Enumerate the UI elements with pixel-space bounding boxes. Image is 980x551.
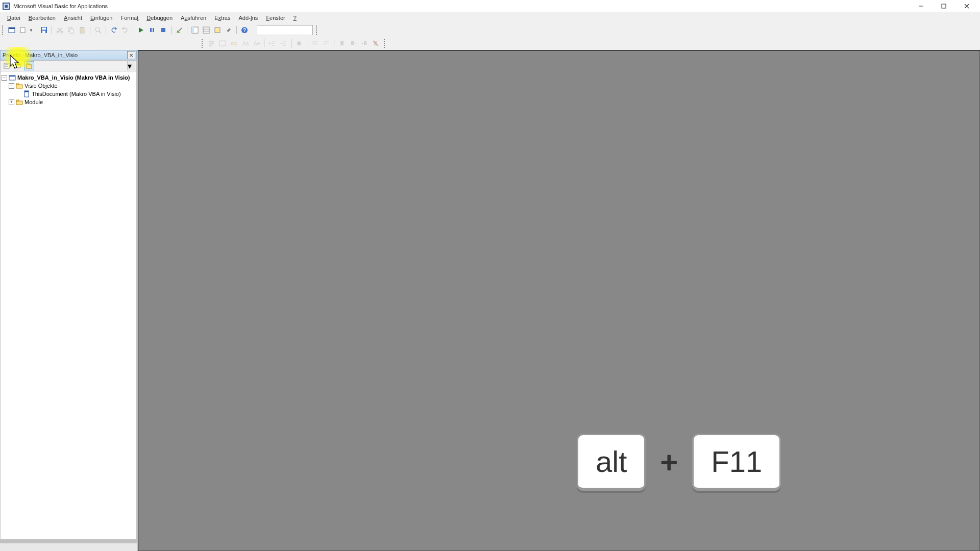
svg-marker-22 [115,27,117,30]
svg-marker-10 [25,28,27,29]
svg-rect-9 [20,28,25,33]
menu-format[interactable]: Format [116,14,142,22]
project-tree[interactable]: − Makro_VBA_in_Visio (Makro VBA in Visio… [0,71,137,540]
titlebar: Microsoft Visual Basic for Applications [0,0,980,12]
svg-marker-63 [361,42,363,44]
svg-rect-26 [153,28,154,32]
svg-marker-61 [355,42,356,44]
svg-rect-4 [942,4,946,8]
breakpoint-button [294,38,304,48]
edit-toolbar: Aa A+ [0,37,980,50]
expander-icon[interactable]: − [2,75,7,81]
svg-text:Aa: Aa [242,41,249,46]
undo-button[interactable] [109,25,119,35]
svg-rect-8 [9,28,15,29]
edit-toolbar-grip[interactable] [202,39,204,48]
save-button[interactable] [39,25,49,35]
window-buttons [909,1,978,11]
menu-ausfuehren[interactable]: Ausführen [177,14,210,22]
help-button[interactable]: ? [239,25,250,35]
menu-addins[interactable]: Add-Ins [234,14,262,22]
svg-rect-43 [231,42,236,45]
menu-bearbeiten[interactable]: Bearbeiten [24,14,60,22]
svg-rect-80 [16,100,19,101]
project-explorer-button[interactable] [190,25,200,35]
svg-rect-39 [209,41,214,42]
tree-folder-module[interactable]: + Module [2,98,135,106]
toolbox-button[interactable] [224,25,234,35]
key-f11: F11 [692,434,781,491]
menu-einfuegen[interactable]: Einfügen [86,14,116,22]
svg-marker-24 [139,28,143,33]
design-mode-button[interactable] [174,25,184,35]
horizontal-scrollbar[interactable] [0,543,137,551]
expander-icon[interactable]: − [9,83,14,89]
close-button[interactable] [955,1,978,11]
expander-icon[interactable]: + [9,99,14,105]
tree-folder2-label[interactable]: Module [24,99,43,105]
svg-marker-23 [122,27,124,30]
toolbar-end-grip[interactable] [316,26,318,35]
svg-rect-18 [80,28,84,33]
cut-button [55,25,65,35]
menu-help[interactable]: ? [289,14,301,22]
svg-rect-76 [16,84,19,85]
main-area: Projekt - Makro_VBA_in_Visio ✕ ▾ − Makro… [0,50,980,551]
view-object-button[interactable] [13,61,23,70]
comment-block-button [310,38,320,48]
tree-root-label[interactable]: Makro_VBA_in_Visio (Makro VBA in Visio) [17,74,130,81]
reset-button[interactable] [158,25,168,35]
maximize-button[interactable] [932,1,955,11]
tree-thisdocument[interactable]: ThisDocument (Makro VBA in Visio) [2,90,135,98]
complete-word-button: A+ [251,38,261,48]
svg-rect-62 [364,41,366,45]
menu-datei[interactable]: Datei [3,14,24,22]
break-button[interactable] [147,25,157,35]
standard-toolbar: ▼ ? [0,23,980,37]
parameter-info-button: Aa [240,38,250,48]
svg-rect-75 [16,85,22,88]
svg-rect-12 [42,28,46,30]
project-explorer-close-button[interactable]: ✕ [127,51,135,59]
tree-project-root[interactable]: − Makro_VBA_in_Visio (Makro VBA in Visio… [2,73,135,82]
svg-marker-53 [280,42,282,44]
toggle-folders-button[interactable] [24,61,34,70]
project-toolbar-overflow[interactable]: ▾ [127,61,135,70]
svg-rect-71 [27,65,32,68]
tree-folder1-label[interactable]: Visio Objekte [24,83,58,89]
properties-window-button[interactable] [201,25,211,35]
svg-text:A+: A+ [254,41,260,46]
menu-extras[interactable]: Extras [210,14,234,22]
menu-debuggen[interactable]: Debuggen [142,14,177,22]
view-visio-button[interactable] [7,25,17,35]
menu-fenster[interactable]: Fenster [262,14,289,22]
svg-point-36 [227,29,228,30]
svg-marker-49 [269,42,271,44]
bookmark-toggle-button [337,38,347,48]
svg-line-21 [99,31,101,33]
list-properties-button [206,38,216,48]
uncomment-block-button [321,38,331,48]
tree-doc-label[interactable]: ThisDocument (Makro VBA in Visio) [32,91,121,97]
run-button[interactable] [136,25,146,35]
insert-module-button[interactable] [18,25,28,35]
svg-rect-79 [16,101,22,105]
svg-rect-72 [27,64,29,65]
edit-toolbar-end-grip[interactable] [384,39,386,48]
key-alt: alt [577,434,646,491]
svg-rect-31 [192,27,194,33]
svg-rect-42 [219,41,226,46]
object-browser-button[interactable] [212,25,223,35]
menu-ansicht[interactable]: Ansicht [60,14,86,22]
svg-rect-41 [209,45,212,46]
svg-rect-35 [215,28,220,33]
project-explorer-header[interactable]: Projekt - Makro_VBA_in_Visio ✕ [0,50,137,60]
view-code-button[interactable] [2,61,12,70]
tree-folder-visio-objects[interactable]: − Visio Objekte [2,82,135,90]
toolbar-grip[interactable] [2,26,5,35]
minimize-button[interactable] [909,1,932,11]
bookmark-clear-button [371,38,381,48]
project-explorer-toolbar: ▾ [0,60,137,71]
svg-rect-19 [81,27,83,28]
position-dropdown[interactable] [257,25,313,35]
